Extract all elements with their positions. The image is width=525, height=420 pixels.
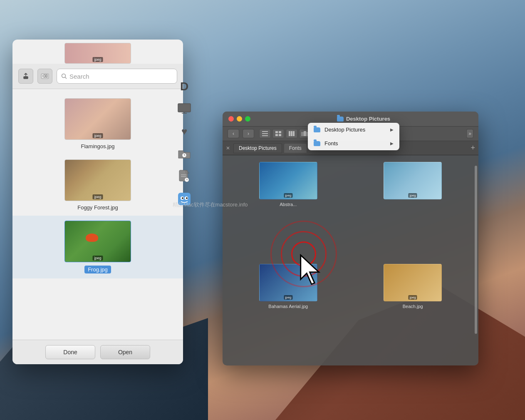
jpeg-badge: jpeg — [92, 256, 103, 261]
list-view-button[interactable] — [259, 129, 271, 138]
finder-scrollbar[interactable] — [475, 166, 477, 334]
column-view-button[interactable] — [286, 129, 297, 138]
context-menu: Desktop Pictures ▶ Fonts ▶ — [308, 123, 399, 150]
file-name-label: Flamingos.jpg — [81, 143, 115, 149]
file-thumbnail: jpeg — [64, 98, 131, 140]
folder-icon — [314, 127, 320, 132]
context-menu-label: Desktop Pictures — [324, 127, 365, 133]
jpeg-badge: jpeg — [284, 295, 292, 300]
search-input-box[interactable]: Search — [57, 69, 177, 84]
list-item[interactable]: jpeg Flamingos.jpg — [12, 93, 183, 154]
tab-fonts[interactable]: Fonts — [284, 143, 307, 153]
file-thumbnail: jpeg — [64, 221, 131, 262]
svg-point-21 — [182, 197, 183, 199]
svg-rect-23 — [262, 131, 268, 132]
finder-file-name: Beach.jpg — [403, 304, 423, 309]
finder-content: jpeg Abstra... jpeg jpeg Bahamas Aerial.… — [223, 155, 478, 365]
file-list: jpeg Flamingos.jpg jpeg Foggy Forest.jpg… — [12, 89, 183, 340]
folder-icon — [314, 141, 320, 146]
folder-icon — [337, 117, 344, 122]
finder-file-thumbnail: jpeg — [259, 162, 317, 199]
jpeg-badge: jpeg — [409, 295, 417, 300]
d-letter-icon[interactable]: D — [177, 79, 192, 94]
list-item[interactable]: jpeg Frog.jpg — [12, 216, 183, 278]
svg-rect-31 — [291, 131, 292, 136]
svg-rect-24 — [262, 133, 268, 134]
jpeg-badge: jpeg — [409, 193, 417, 198]
finder-file-thumbnail: jpeg — [259, 264, 317, 301]
close-button[interactable] — [228, 116, 234, 122]
back-nav-button[interactable]: ‹ — [228, 129, 239, 138]
minimize-button[interactable] — [237, 116, 242, 122]
jpeg-badge: jpeg — [92, 57, 103, 62]
file-name-label: Foggy Forest.jpg — [77, 204, 118, 211]
add-tab-button[interactable]: + — [471, 144, 475, 152]
jpeg-badge: jpeg — [92, 133, 103, 138]
file-name-label-selected: Frog.jpg — [84, 266, 111, 273]
partial-top-thumb: jpeg — [64, 43, 131, 64]
svg-rect-27 — [279, 131, 281, 133]
jpeg-badge: jpeg — [284, 193, 292, 198]
svg-line-5 — [65, 77, 67, 79]
finder-file-item[interactable]: jpeg — [354, 162, 472, 257]
finder-file-thumbnail: jpeg — [384, 264, 442, 301]
finder-file-name: Abstra... — [280, 202, 297, 207]
open-button[interactable]: Open — [100, 345, 150, 359]
finder-file-item[interactable]: jpeg Abstra... — [229, 162, 347, 257]
jpeg-badge: jpeg — [92, 194, 103, 199]
svg-rect-26 — [275, 131, 278, 133]
finder-file-item[interactable]: jpeg Bahamas Aerial.jpg — [229, 264, 347, 359]
finder-file-name: Bahamas Aerial.jpg — [268, 304, 308, 309]
back-button[interactable]: ⌫ — [37, 69, 52, 84]
svg-rect-30 — [289, 131, 290, 136]
svg-rect-29 — [279, 134, 281, 136]
svg-point-4 — [62, 74, 66, 78]
fullscreen-button[interactable] — [245, 116, 250, 122]
svg-rect-34 — [304, 131, 306, 136]
context-menu-item-fonts[interactable]: Fonts ▶ — [308, 137, 399, 150]
context-menu-item-desktop-pictures[interactable]: Desktop Pictures ▶ — [308, 123, 399, 137]
icon-view-button[interactable] — [272, 129, 284, 138]
search-icon — [61, 73, 67, 79]
finder-title-text: Desktop Pictures — [346, 116, 390, 122]
share-button[interactable] — [18, 69, 33, 84]
submenu-arrow-icon: ▶ — [390, 127, 394, 132]
svg-rect-25 — [262, 135, 268, 136]
svg-point-22 — [186, 197, 188, 199]
file-thumbnail: jpeg — [64, 159, 131, 201]
finder-title: Desktop Pictures — [255, 116, 473, 122]
heart-icon[interactable]: ♥ — [177, 124, 192, 139]
dialog-footer: Done Open — [12, 340, 183, 364]
search-placeholder: Search — [69, 73, 89, 80]
submenu-arrow-icon: ▶ — [390, 141, 394, 146]
traffic-lights — [228, 116, 250, 122]
recent-folder-icon[interactable] — [177, 147, 192, 162]
finder-file-thumbnail: jpeg — [384, 162, 442, 199]
sidebar-icons-panel: D ♥ — [174, 79, 195, 206]
svg-rect-28 — [275, 134, 278, 136]
svg-rect-6 — [178, 104, 191, 112]
svg-rect-18 — [178, 193, 191, 205]
forward-nav-button[interactable]: › — [243, 129, 254, 138]
finder-file-item[interactable]: jpeg Beach.jpg — [354, 264, 472, 359]
tab-desktop-pictures[interactable]: Desktop Pictures — [233, 143, 282, 153]
context-menu-label: Fonts — [324, 140, 338, 147]
finder-icon[interactable] — [177, 191, 192, 206]
monitor-icon[interactable] — [177, 102, 192, 117]
toolbar-expand-button[interactable]: » — [466, 129, 473, 138]
file-dialog-toolbar: ⌫ Search — [12, 64, 183, 89]
recent-docs-icon[interactable] — [177, 169, 192, 184]
svg-text:⌫: ⌫ — [42, 74, 48, 78]
done-button[interactable]: Done — [45, 345, 95, 359]
svg-rect-33 — [301, 132, 304, 136]
list-item[interactable]: jpeg Foggy Forest.jpg — [12, 154, 183, 216]
svg-rect-32 — [293, 131, 295, 136]
tab-close-button[interactable]: ✕ — [226, 145, 230, 151]
file-open-dialog: jpeg ⌫ Search — [12, 40, 183, 364]
